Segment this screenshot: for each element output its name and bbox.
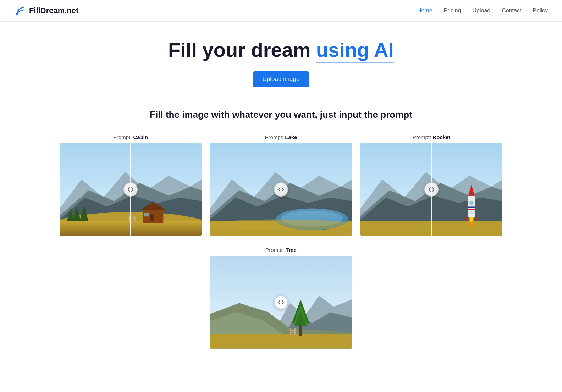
gallery-item-tree: Prompt: Tree <box>210 247 352 349</box>
svg-rect-15 <box>132 216 132 221</box>
logo-icon <box>14 5 26 16</box>
svg-point-35 <box>470 201 473 205</box>
svg-rect-13 <box>144 213 149 216</box>
slider-handle-rocket[interactable] <box>424 182 439 197</box>
svg-rect-12 <box>150 214 154 221</box>
svg-rect-53 <box>290 332 296 333</box>
hero-title: Fill your dream using AI <box>7 39 555 61</box>
nav-pricing[interactable]: Pricing <box>444 7 461 13</box>
site-logo-text: FillDream.net <box>29 6 78 15</box>
prompt-label-cabin: Prompt: Cabin <box>113 134 148 140</box>
svg-rect-14 <box>129 216 130 221</box>
nav-upload[interactable]: Upload <box>472 7 490 13</box>
svg-rect-51 <box>294 328 296 335</box>
svg-rect-17 <box>128 217 136 217</box>
gallery-item-cabin: Prompt: Cabin <box>60 134 202 236</box>
slider-handle-lake[interactable] <box>274 182 288 197</box>
gallery: Prompt: Cabin <box>47 134 515 381</box>
prompt-label-rocket: Prompt: Rocket <box>413 134 451 140</box>
hero-title-highlight: using AI <box>316 39 394 61</box>
slider-cabin[interactable] <box>60 143 202 236</box>
site-logo[interactable]: FillDream.net <box>14 5 78 16</box>
svg-rect-39 <box>468 209 475 210</box>
slider-rocket[interactable] <box>360 143 502 236</box>
gallery-item-lake: Prompt: Lake <box>210 134 352 236</box>
svg-rect-52 <box>290 330 296 331</box>
gallery-row-2: Prompt: Tree <box>55 247 507 349</box>
gallery-row-1: Prompt: Cabin <box>55 134 507 236</box>
gallery-subtitle: Fill the image with whatever you want, j… <box>7 108 555 121</box>
svg-rect-38 <box>468 206 475 208</box>
svg-rect-50 <box>290 328 291 335</box>
prompt-label-tree: Prompt: Tree <box>265 247 297 253</box>
prompt-label-lake: Prompt: Lake <box>265 134 297 140</box>
slider-handle-cabin[interactable] <box>123 182 138 197</box>
nav-links: Home Pricing Upload Contact Policy <box>417 7 548 14</box>
slider-handle-tree[interactable] <box>274 295 288 309</box>
nav-contact[interactable]: Contact <box>502 7 521 13</box>
slider-lake[interactable] <box>210 143 352 236</box>
svg-point-0 <box>16 13 18 15</box>
hero-section: Fill your dream using AI Upload image <box>0 22 562 97</box>
nav-home[interactable]: Home <box>417 7 432 13</box>
navbar: FillDream.net Home Pricing Upload Contac… <box>0 0 562 22</box>
svg-rect-16 <box>134 216 135 221</box>
nav-policy[interactable]: Policy <box>533 7 548 13</box>
slider-tree[interactable] <box>210 256 352 349</box>
upload-image-button[interactable]: Upload image <box>253 71 310 87</box>
hero-title-part1: Fill your dream <box>168 39 310 61</box>
gallery-item-rocket: Prompt: Rocket <box>360 134 502 236</box>
